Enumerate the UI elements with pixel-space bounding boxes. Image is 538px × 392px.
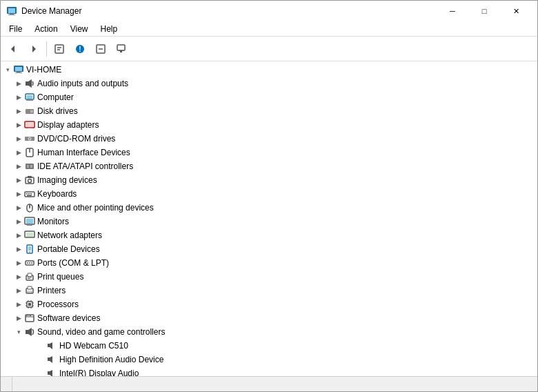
ports-expand: ▶ [13, 257, 24, 268]
window-title: Device Manager [21, 6, 81, 16]
svg-rect-56 [26, 233, 33, 237]
tree-item-hid[interactable]: ▶ Human Interface Devices [1, 146, 537, 159]
print-queues-label: Print queues [37, 273, 83, 281]
svg-rect-73 [28, 303, 31, 306]
svg-rect-70 [28, 286, 32, 289]
scan-button[interactable] [112, 39, 131, 59]
svg-rect-57 [28, 237, 32, 238]
tree-item-hd-webcam[interactable]: ▶ HD Webcam C510 [1, 339, 537, 353]
portable-expand: ▶ [13, 244, 24, 255]
svg-marker-4 [11, 46, 14, 52]
tree-item-software[interactable]: ▶ Software devices [1, 311, 537, 325]
imaging-label: Imaging devices [37, 176, 97, 184]
maximize-button[interactable]: □ [468, 1, 500, 21]
svg-rect-44 [26, 193, 28, 195]
svg-point-50 [29, 206, 30, 207]
svg-rect-14 [119, 50, 123, 51]
tree-item-imaging[interactable]: ▶ Imaging devices [1, 173, 537, 187]
svg-marker-94 [50, 370, 52, 376]
svg-point-86 [30, 315, 31, 317]
tree-item-network[interactable]: ▶ Network adapters [1, 228, 537, 242]
menu-view[interactable]: View [65, 23, 94, 35]
svg-rect-45 [28, 193, 30, 195]
svg-rect-53 [28, 224, 31, 225]
svg-point-60 [29, 251, 30, 253]
svg-marker-92 [50, 356, 52, 363]
dvd-icon [24, 133, 35, 144]
audio-io-expand: ▶ [13, 78, 24, 89]
update-driver-icon: ! [74, 43, 86, 55]
menu-file[interactable]: File [3, 23, 28, 35]
svg-rect-1 [8, 8, 15, 13]
dvd-label: DVD/CD-ROM drives [37, 135, 115, 143]
status-bar [1, 376, 537, 391]
svg-rect-15 [120, 51, 122, 52]
svg-rect-25 [26, 100, 33, 101]
monitors-expand: ▶ [13, 216, 24, 227]
computer-small-icon [24, 92, 35, 103]
svg-marker-90 [50, 342, 52, 349]
tree-item-sound[interactable]: ▾ Sound, video and game controllers [1, 325, 537, 339]
speaker-icon [24, 78, 35, 89]
tree-item-monitors[interactable]: ▶ Monitors [1, 215, 537, 228]
tree-item-processors[interactable]: ▶ Processors [1, 297, 537, 311]
tree-item-intel-audio[interactable]: ▶ Intel(R) Display Audio [1, 366, 537, 376]
svg-rect-18 [17, 72, 21, 72]
svg-point-63 [29, 262, 30, 264]
tree-item-dvd[interactable]: ▶ DVD/CD-ROM drives [1, 132, 537, 146]
svg-point-64 [31, 262, 32, 264]
device-manager-window: Device Manager ─ □ ✕ File Action View He… [0, 0, 538, 392]
menu-action[interactable]: Action [29, 23, 63, 35]
app-icon [6, 6, 17, 17]
svg-point-28 [31, 111, 32, 112]
tree-item-audio-io[interactable]: ▶ Audio inputs and outputs [1, 77, 537, 90]
computer-expand: ▶ [13, 92, 24, 103]
tree-item-ide[interactable]: ▶ IDE ATA/ATAPI controllers [1, 159, 537, 173]
printer-icon [24, 285, 35, 296]
ports-label: Ports (COM & LPT) [37, 259, 109, 267]
tree-root[interactable]: ▾ VI-HOME [1, 63, 537, 77]
uninstall-button[interactable] [91, 39, 110, 59]
ports-icon [24, 257, 35, 268]
svg-rect-87 [26, 330, 28, 334]
forward-button[interactable] [24, 39, 43, 59]
tree-item-printers[interactable]: ▶ Printers [1, 284, 537, 297]
tree-item-print-queues[interactable]: ▶ Print queues [1, 270, 537, 284]
printers-expand: ▶ [13, 285, 24, 296]
menu-help[interactable]: Help [95, 23, 123, 35]
svg-rect-68 [28, 278, 30, 279]
svg-rect-30 [26, 123, 33, 127]
tree-item-keyboards[interactable]: ▶ Keyboards [1, 187, 537, 201]
tree-item-disk[interactable]: ▶ Disk drives [1, 104, 537, 118]
tree-item-display[interactable]: ▶ Display adapters [1, 118, 537, 132]
sound-expand: ▾ [13, 326, 24, 337]
tree-item-computer[interactable]: ▶ Computer [1, 90, 537, 104]
close-button[interactable]: ✕ [500, 1, 532, 21]
svg-rect-93 [48, 371, 50, 375]
svg-rect-2 [10, 14, 14, 14]
back-icon [8, 43, 19, 55]
display-label: Display adapters [37, 121, 99, 129]
hid-label: Human Interface Devices [37, 148, 130, 157]
menu-bar: File Action View Help [1, 21, 537, 37]
ide-icon [24, 161, 35, 172]
root-expand-icon: ▾ [2, 64, 13, 75]
device-tree[interactable]: ▾ VI-HOME ▶ [1, 61, 537, 376]
tree-item-portable[interactable]: ▶ Portable Devices [1, 242, 537, 256]
back-button[interactable] [3, 39, 23, 59]
toolbar-sep-1 [46, 41, 47, 57]
svg-point-85 [28, 315, 30, 317]
tree-item-mice[interactable]: ▶ Mice and other pointing devices [1, 201, 537, 215]
svg-rect-24 [28, 99, 32, 100]
tree-item-ports[interactable]: ▶ Ports (COM & LPT) [1, 256, 537, 270]
network-expand: ▶ [13, 230, 24, 241]
update-driver-button[interactable]: ! [70, 39, 90, 59]
disk-icon [24, 106, 35, 117]
computer-label: Computer [37, 93, 74, 101]
minimize-button[interactable]: ─ [437, 1, 468, 21]
audio-device-icon-3 [46, 368, 57, 376]
svg-rect-6 [55, 45, 63, 53]
tree-item-high-def[interactable]: ▶ High Definition Audio Device [1, 353, 537, 366]
mice-expand: ▶ [13, 202, 24, 213]
properties-button[interactable] [50, 39, 69, 59]
